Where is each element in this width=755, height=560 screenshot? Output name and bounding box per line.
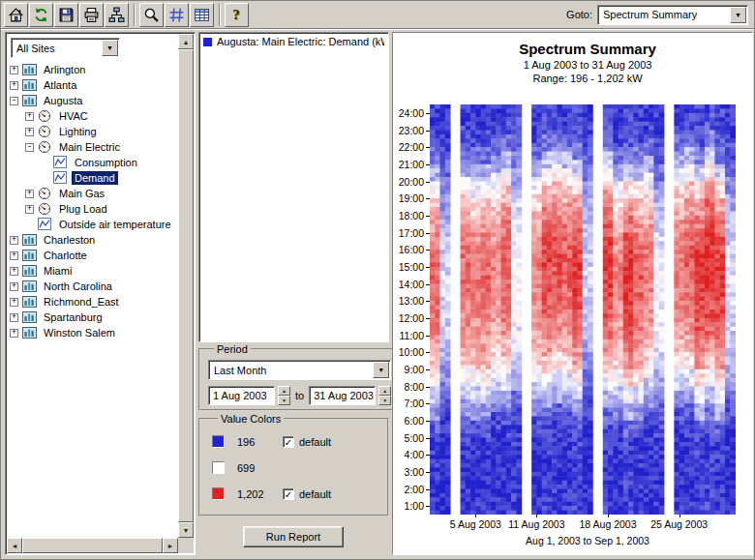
tree-item-label[interactable]: Miami [41,264,75,278]
tree-item-plug-load[interactable]: +Plug Load [10,201,177,217]
tree-item-label[interactable]: Richmond_East [41,295,122,309]
tree-item-augusta[interactable]: -Augusta [10,93,177,108]
spin-up-icon[interactable]: ▲ [378,386,391,396]
tree-item-lighting[interactable]: +Lighting [10,124,177,139]
tree-item-label[interactable]: Main Gas [56,187,107,200]
goto-combobox-value: Spectrum Summary [603,9,697,20]
grid-view-button[interactable] [165,3,189,27]
tree-item-label[interactable]: Charleston [41,233,98,247]
tree-expander-icon[interactable]: + [10,329,18,338]
meter-icon [38,125,52,138]
tree-item-label[interactable]: North Carolina [41,280,115,293]
tree-item-north-carolina[interactable]: +North Carolina [10,279,177,294]
end-date-field[interactable]: 31 Aug 2003 [309,386,376,405]
tree-expander-icon[interactable]: + [25,128,34,136]
chevron-down-icon[interactable]: ▼ [102,40,118,56]
tree-item-label[interactable]: Arlington [41,63,88,76]
tree-item-richmond-east[interactable]: +Richmond_East [10,294,177,309]
tree-item-hvac[interactable]: +HVAC [10,108,177,124]
horizontal-scrollbar[interactable]: ◄ ► [7,538,178,553]
goto-combobox[interactable]: Spectrum Summary ▼ [597,5,748,25]
chevron-down-icon[interactable]: ▼ [730,7,746,23]
spin-down-icon[interactable]: ▼ [378,396,391,405]
tree-expander-icon[interactable]: - [10,97,18,105]
tree-expander-icon[interactable]: + [25,190,34,198]
color-swatch[interactable] [212,461,225,474]
tree-item-label[interactable]: Demand [72,171,118,185]
chevron-down-icon[interactable]: ▼ [373,362,389,378]
print-button[interactable] [79,3,104,27]
color-swatch[interactable] [212,487,225,500]
tree-expander-icon[interactable]: + [25,205,34,214]
end-date-stepper[interactable]: ▲ ▼ [378,386,391,405]
help-button[interactable]: ?? [225,3,249,27]
tree-expander-icon[interactable]: + [10,81,18,90]
tree-item-arlington[interactable]: +Arlington [10,62,177,77]
home-icon [8,7,24,23]
site-icon [22,326,37,339]
tree-item-winston-salem[interactable]: +Winston Salem [10,325,177,340]
vertical-scrollbar[interactable]: ▲ ▼ [178,34,194,538]
tree-item-label[interactable]: Charlotte [41,249,90,262]
tree-expander-icon[interactable]: - [25,143,34,152]
spin-up-icon[interactable]: ▲ [278,386,290,396]
color-swatch[interactable] [212,435,225,448]
tree-item-label[interactable]: Winston Salem [41,326,118,339]
site-tree: +Arlington+Atlanta-Augusta+HVAC+Lighting… [10,62,177,537]
tree-item-main-gas[interactable]: +Main Gas [10,186,177,201]
tree-item-main-electric[interactable]: -Main Electric [10,139,177,155]
save-button[interactable] [54,3,78,27]
tree-item-label[interactable]: Consumption [72,156,140,169]
period-preset-combobox[interactable]: Last Month ▼ [208,360,391,380]
tree-expander-icon[interactable]: + [25,112,34,121]
tree-item-label[interactable]: Plug Load [56,202,110,216]
list-item[interactable]: Augusta: Main Electric: Demand (kW) [203,36,384,47]
tree-expander-icon[interactable]: + [10,313,18,322]
run-report-button[interactable]: Run Report [243,526,344,547]
tree-expander-icon[interactable]: + [10,267,18,276]
start-date-field[interactable]: 1 Aug 2003 [208,386,275,405]
tree-item-demand[interactable]: Demand [10,170,177,186]
spin-down-icon[interactable]: ▼ [278,396,290,405]
tree-expander-icon[interactable]: + [10,236,18,245]
list-item-label: Augusta: Main Electric: Demand (kW) [217,36,384,47]
home-button[interactable] [4,3,28,27]
site-explorer-button[interactable] [105,3,129,27]
tree-item-label[interactable]: Augusta [41,94,85,107]
y-axis: 24:0023:0022:0021:0020:0019:0018:0017:00… [393,33,430,554]
scroll-left-icon[interactable]: ◄ [7,538,22,553]
refresh-button[interactable] [29,3,53,27]
site-filter-combobox[interactable]: All Sites ▼ [11,38,120,58]
tree-expander-icon[interactable]: + [10,298,18,307]
scroll-right-icon[interactable]: ► [163,538,178,553]
start-date-stepper[interactable]: ▲ ▼ [278,386,290,405]
tree-item-charlotte[interactable]: +Charlotte [10,248,177,263]
default-checkbox[interactable]: ✓ [283,488,294,500]
y-tick-label: 24:00 [393,107,424,119]
scroll-up-icon[interactable]: ▲ [178,34,194,49]
tree-expander-icon[interactable]: + [10,282,18,291]
tree-item-label[interactable]: Atlanta [41,78,79,92]
tree-item-label[interactable]: Main Electric [56,140,123,154]
table-view-button[interactable] [190,3,214,27]
tree-item-label[interactable]: Outside air temperature [56,218,174,231]
scrollbar-thumb[interactable] [22,538,163,553]
tree-item-spartanburg[interactable]: +Spartanburg [10,309,177,325]
site-icon [22,310,37,324]
tree-item-consumption[interactable]: Consumption [10,155,177,170]
scroll-down-icon[interactable]: ▼ [178,522,194,538]
tree-expander-icon[interactable]: + [10,66,18,74]
toolbar-separator [134,4,136,26]
default-checkbox[interactable]: ✓ [283,436,294,448]
tree-item-label[interactable]: Spartanburg [41,310,106,324]
scrollbar-thumb[interactable] [178,49,194,522]
tree-item-charleston[interactable]: +Charleston [10,232,177,248]
tree-expander-icon[interactable]: + [10,251,18,260]
tree-item-label[interactable]: Lighting [56,125,100,138]
tree-item-miami[interactable]: +Miami [10,263,177,279]
zoom-button[interactable] [139,3,164,27]
period-preset-value: Last Month [214,365,266,376]
tree-item-outside-air-temperature[interactable]: Outside air temperature [10,217,177,232]
tree-item-label[interactable]: HVAC [56,109,91,123]
tree-item-atlanta[interactable]: +Atlanta [10,77,177,93]
